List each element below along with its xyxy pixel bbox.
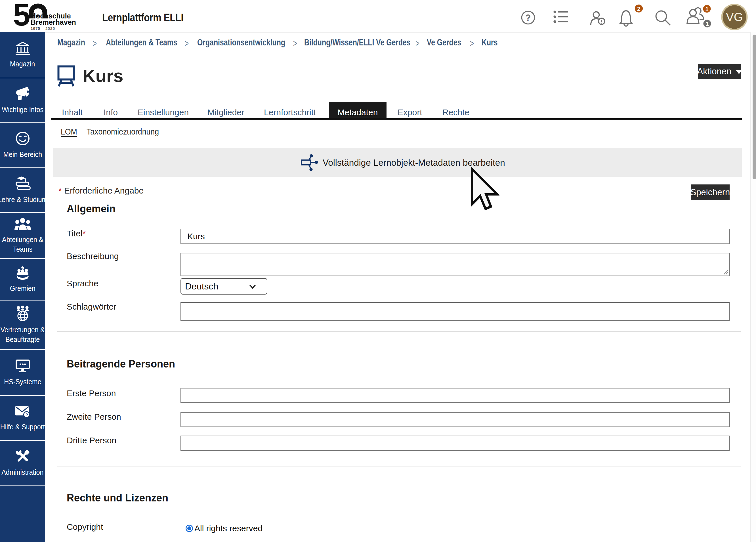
svg-text:2: 2: [637, 5, 641, 12]
svg-text:?: ?: [526, 13, 531, 23]
svg-text:1975 – 2025: 1975 – 2025: [31, 26, 55, 31]
svg-text:!: !: [601, 19, 602, 25]
svg-text:5: 5: [13, 2, 30, 31]
svg-text:1: 1: [705, 6, 708, 12]
svg-text:?: ?: [25, 412, 28, 417]
svg-text:1: 1: [705, 21, 709, 27]
svg-text:Bremerhaven: Bremerhaven: [31, 18, 76, 26]
svg-text:VG: VG: [726, 10, 743, 24]
